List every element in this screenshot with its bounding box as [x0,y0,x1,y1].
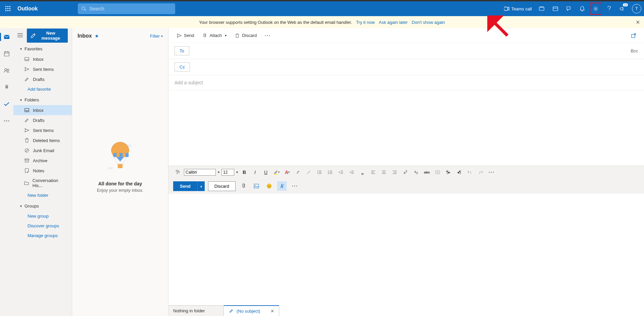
folder-notes[interactable]: Notes [13,166,72,176]
info-close-icon[interactable]: ✕ [636,19,640,26]
subscript-button[interactable]: x2 [412,168,420,177]
favorites-section-head[interactable]: ▾ Favorites [13,43,72,54]
number-list-button[interactable]: 123 [326,168,335,177]
add-favorite-link[interactable]: Add favorite [13,84,72,94]
subject-input[interactable] [175,80,638,85]
svg-point-82 [267,184,271,188]
rail-files-icon[interactable] [1,82,12,93]
bullet-list-button[interactable] [315,168,324,177]
folder-conversation-history[interactable]: Conversation His... [13,176,72,190]
teams-call-button[interactable]: Teams call [501,6,535,11]
attach-action-icon[interactable] [239,181,248,191]
toolbar-discard-button[interactable]: Discard [231,31,260,40]
quote-button[interactable]: „ [358,168,367,177]
video-icon [504,6,509,11]
whats-new-icon[interactable]: 18 [616,3,629,15]
align-center-button[interactable] [380,168,388,177]
folder-tab[interactable]: Nothing in folder [168,305,224,316]
folder-sent[interactable]: Sent Items [13,125,72,135]
undo-button[interactable] [465,168,474,177]
cc-button[interactable]: Cc [175,62,190,72]
font-name-select[interactable] [184,169,216,176]
svg-line-10 [85,9,86,11]
rail-people-icon[interactable] [1,65,12,76]
favorite-sent[interactable]: Sent Items [13,64,72,74]
highlight-button[interactable]: ▾ [272,168,281,177]
toolbar-send-button[interactable]: Send [173,31,197,40]
discover-groups-link[interactable]: Discover groups [13,221,72,231]
close-icon[interactable]: ✕ [270,309,274,314]
try-it-now-link[interactable]: Try it now [356,20,375,25]
favorite-inbox[interactable]: Inbox [13,54,72,64]
font-color-button[interactable]: A▾ [283,168,292,177]
notifications-icon[interactable] [576,3,588,15]
link-button[interactable] [294,168,302,177]
manage-groups-link[interactable]: Manage groups [13,231,72,240]
cc-row[interactable]: Cc [168,59,644,75]
font-size-select[interactable] [221,169,234,176]
folder-drafts[interactable]: Drafts [13,115,72,125]
align-right-button[interactable] [390,168,399,177]
insert-table-button[interactable] [433,168,442,177]
outdent-button[interactable] [337,168,345,177]
send-more-icon[interactable] [290,181,299,191]
show-formatting-icon[interactable] [277,181,287,191]
popout-icon[interactable] [628,31,639,40]
ask-again-later-link[interactable]: Ask again later [379,20,408,25]
new-folder-link[interactable]: New folder [13,190,72,200]
toolbar-more-button[interactable] [261,33,274,38]
meet-now-icon[interactable] [536,3,548,15]
new-message-button[interactable]: New message [27,29,68,43]
chevron-down-icon[interactable]: ▾ [218,170,219,174]
draft-tab[interactable]: (No subject) ✕ [224,305,279,316]
groups-section-head[interactable]: ▾ Groups [13,200,72,211]
rail-mail-icon[interactable] [1,32,12,42]
help-icon[interactable] [603,3,615,15]
align-left-button[interactable] [369,168,378,177]
indent-button[interactable] [347,168,356,177]
rail-calendar-icon[interactable] [1,48,12,59]
format-more-button[interactable] [487,168,496,177]
underline-button[interactable]: U [261,168,270,177]
svg-point-79 [493,172,494,173]
settings-icon[interactable] [590,3,602,15]
app-launcher-icon[interactable] [3,3,13,14]
bold-button[interactable]: B [240,168,249,177]
new-group-link[interactable]: New group [13,211,72,221]
remove-link-button[interactable] [304,168,313,177]
search-box[interactable] [78,3,175,14]
rtl-button[interactable]: ◂¶ [455,168,463,177]
bcc-link[interactable]: Bcc [631,48,638,53]
chevron-down-icon[interactable]: ▾ [236,170,238,174]
hamburger-icon[interactable] [17,33,23,38]
strikethrough-button[interactable]: abc [423,168,431,177]
superscript-button[interactable]: x2 [401,168,410,177]
folder-inbox[interactable]: Inbox [13,105,72,115]
discard-button[interactable]: Discard [208,181,236,191]
to-button[interactable]: To [175,46,189,55]
folders-section-head[interactable]: ▾ Folders [13,94,72,105]
message-body-editor[interactable] [168,90,644,164]
toolbar-attach-button[interactable]: Attach▾ [199,31,230,40]
insert-emoji-icon[interactable] [264,181,274,191]
folder-junk[interactable]: Junk Email [13,145,72,155]
folder-deleted[interactable]: Deleted Items [13,135,72,145]
send-dropdown-button[interactable]: ▾ [197,181,205,191]
search-input[interactable] [89,6,172,11]
send-button[interactable]: Send [173,181,197,191]
format-painter-icon[interactable] [173,168,182,177]
app-title[interactable]: Outlook [17,6,38,12]
rail-todo-icon[interactable] [1,99,12,109]
rail-more-icon[interactable] [1,116,12,126]
tips-icon[interactable] [563,3,575,15]
ltr-button[interactable]: ¶▸ [444,168,453,177]
dont-show-again-link[interactable]: Don't show again [412,20,445,25]
account-avatar[interactable]: T [632,4,641,13]
my-day-icon[interactable] [549,3,561,15]
redo-button[interactable] [476,168,485,177]
to-row[interactable]: To Bcc [168,43,644,59]
insert-picture-icon[interactable] [252,181,261,191]
folder-archive[interactable]: Archive [13,155,72,166]
italic-button[interactable]: I [251,168,259,177]
favorite-drafts[interactable]: Drafts [13,74,72,84]
